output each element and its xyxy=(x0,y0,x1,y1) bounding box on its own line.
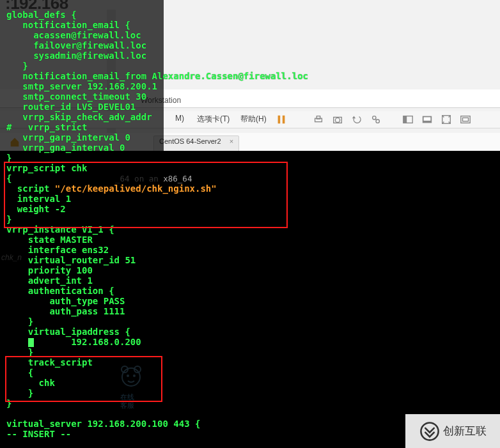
code-line: sysadmin@firewall.loc xyxy=(6,50,146,61)
code-line: interval 1 xyxy=(6,194,71,204)
code-line: failover@firewall.loc xyxy=(6,40,146,50)
svg-rect-3 xyxy=(316,116,320,120)
support-bear-icon[interactable] xyxy=(118,363,144,390)
code-line: } xyxy=(6,61,28,71)
svg-point-17 xyxy=(122,368,140,386)
code-line: } xyxy=(6,153,12,163)
svg-rect-11 xyxy=(403,116,407,123)
code-line: advert_int 1 xyxy=(6,275,93,286)
svg-rect-13 xyxy=(424,117,431,120)
code-line: vrrp_garp_interval 0 xyxy=(6,132,130,143)
sidebar-icon[interactable] xyxy=(402,114,414,125)
usb-icon[interactable] xyxy=(312,114,325,125)
pause-icon[interactable] xyxy=(275,114,288,125)
code-line: interface ens32 xyxy=(6,245,109,255)
code-line: auth_type PASS xyxy=(6,296,125,306)
code-line: virtual_ipaddress { xyxy=(6,327,130,337)
svg-line-9 xyxy=(375,119,377,120)
svg-point-20 xyxy=(127,375,129,377)
svg-rect-1 xyxy=(283,116,285,124)
close-tab-icon[interactable]: × xyxy=(230,137,233,145)
code-line: 192.168.0.200 xyxy=(6,337,141,347)
code-line: { xyxy=(6,173,12,183)
code-line: } xyxy=(6,316,33,327)
console-icon[interactable] xyxy=(421,114,434,125)
code-line: notification_email_from Alexandre.Cassen… xyxy=(6,71,308,81)
vmware-menu-m[interactable]: M) xyxy=(175,114,184,123)
code-line: # vrrp_strict xyxy=(6,122,87,132)
code-line: vrrp_instance VI_1 { xyxy=(6,224,114,235)
manage-icon[interactable] xyxy=(370,114,382,125)
code-line: } xyxy=(6,388,33,398)
code-line: state MASTER xyxy=(6,235,93,245)
svg-rect-0 xyxy=(278,116,281,124)
vim-mode-line: -- INSERT -- xyxy=(6,429,71,439)
fullscreen-icon[interactable] xyxy=(459,114,472,125)
code-line: virtual_server 192.168.200.100 443 { xyxy=(6,419,200,429)
code-line: } xyxy=(6,347,33,357)
code-line: priority 100 xyxy=(6,265,93,275)
code-line: authentication { xyxy=(6,286,114,296)
code-line: smtp_server 192.168.200.1 xyxy=(6,81,157,91)
vmware-menu-help[interactable]: 帮助(H) xyxy=(240,114,267,125)
code-line: } xyxy=(6,398,12,408)
code-line: vrrp_gna_interval 0 xyxy=(6,143,125,153)
code-line: track_script xyxy=(6,357,93,367)
svg-rect-16 xyxy=(463,118,469,121)
code-line: { xyxy=(6,367,33,378)
code-line: global_defs { xyxy=(6,10,77,20)
snapshot-icon[interactable] xyxy=(331,114,344,125)
vmware-menu-tabs[interactable]: 选项卡(T) xyxy=(197,114,230,125)
vm-tab-label: CentOS 64-Server2 xyxy=(159,137,221,145)
vmware-title: Workstation xyxy=(141,96,181,105)
code-line: script "/etc/keepalived/chk_nginx.sh" xyxy=(6,183,217,194)
code-line: router_id LVS_DEVEL01 xyxy=(6,102,136,112)
fit-icon[interactable] xyxy=(440,114,453,125)
revert-icon[interactable] xyxy=(350,114,363,125)
code-line: vrrp_skip_check_adv_addr xyxy=(6,112,152,122)
code-line: chk xyxy=(6,378,55,388)
watermark-logo: 创新互联 xyxy=(405,414,500,448)
guest-kernel-text: _64 on an x86_64 xyxy=(115,174,192,183)
logo-icon xyxy=(419,421,441,442)
code-line: acassen@firewall.loc xyxy=(6,30,141,40)
svg-point-21 xyxy=(133,375,136,377)
logo-text: 创新互联 xyxy=(443,424,487,438)
vmware-toolbar xyxy=(275,112,492,127)
code-line: virtual_router_id 51 xyxy=(6,255,136,265)
code-line: vrrp_script chk xyxy=(6,163,87,173)
code-line: weight -2 xyxy=(6,204,66,214)
code-line: smtp_connect_timeout 30 xyxy=(6,91,146,102)
code-line: auth_pass 1111 xyxy=(6,306,125,316)
code-line: } xyxy=(6,214,12,224)
svg-marker-6 xyxy=(352,116,355,119)
support-bear-label: 在线客服 xyxy=(120,393,134,410)
svg-point-4 xyxy=(335,118,340,122)
code-line: notification_email { xyxy=(6,20,130,30)
